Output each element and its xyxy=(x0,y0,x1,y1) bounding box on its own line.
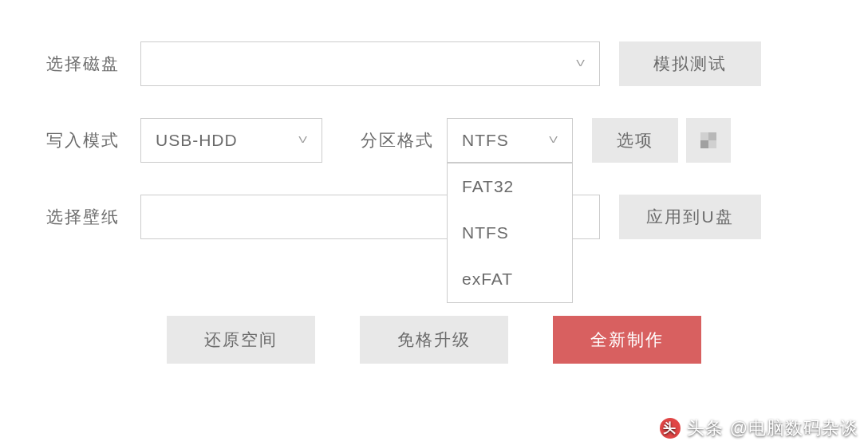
apply-to-usb-button[interactable]: 应用到U盘 xyxy=(619,195,761,239)
restore-space-button[interactable]: 还原空间 xyxy=(167,316,315,364)
settings-icon-button[interactable] xyxy=(686,118,731,163)
write-mode-value: USB-HDD xyxy=(156,131,298,150)
options-button[interactable]: 选项 xyxy=(592,118,678,163)
create-new-button[interactable]: 全新制作 xyxy=(553,316,701,364)
upgrade-no-format-button[interactable]: 免格升级 xyxy=(360,316,508,364)
write-mode-label: 写入模式 xyxy=(46,129,140,152)
select-wallpaper-label: 选择壁纸 xyxy=(46,206,140,228)
dropdown-option[interactable]: FAT32 xyxy=(448,163,572,210)
partition-format-value: NTFS xyxy=(462,131,549,150)
watermark-icon: 头 xyxy=(660,418,681,439)
pixel-icon xyxy=(700,132,716,148)
watermark: 头 头条 @电脑数码杂谈 xyxy=(660,416,858,440)
partition-format-select[interactable]: NTFS V FAT32 NTFS exFAT xyxy=(447,118,573,163)
chevron-down-icon: V xyxy=(576,59,585,69)
dropdown-option[interactable]: exFAT xyxy=(448,256,572,302)
disk-select[interactable]: V xyxy=(140,41,600,86)
select-disk-label: 选择磁盘 xyxy=(46,53,140,75)
partition-format-label: 分区格式 xyxy=(361,129,434,152)
write-mode-select[interactable]: USB-HDD V xyxy=(140,118,322,163)
watermark-handle: @电脑数码杂谈 xyxy=(730,416,858,440)
partition-format-dropdown: FAT32 NTFS exFAT xyxy=(447,163,573,303)
chevron-down-icon: V xyxy=(298,136,307,146)
chevron-down-icon: V xyxy=(549,136,558,146)
simulate-test-button[interactable]: 模拟测试 xyxy=(619,41,761,86)
watermark-prefix: 头条 xyxy=(687,416,724,440)
dropdown-option[interactable]: NTFS xyxy=(448,210,572,256)
